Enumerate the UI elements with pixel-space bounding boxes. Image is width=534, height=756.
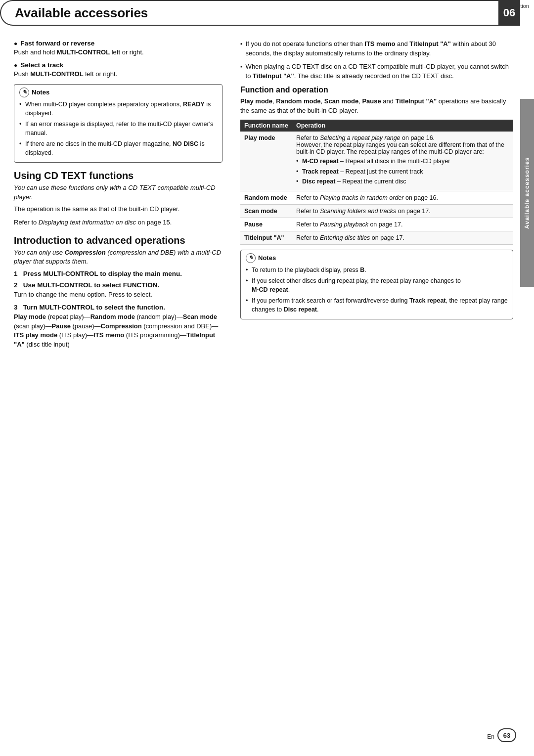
- func-name-random-mode: Random mode: [240, 191, 292, 204]
- notes-icon-bottom: ✎: [246, 253, 256, 263]
- func-name-pause: Pause: [240, 218, 292, 231]
- content-area: Fast forward or reverse Push and hold MU…: [0, 35, 520, 726]
- using-cd-text-title: Using CD TEXT functions: [14, 170, 222, 181]
- fast-forward-heading: Fast forward or reverse: [14, 40, 222, 47]
- table-row: Play mode Refer to Selecting a repeat pl…: [240, 132, 513, 191]
- select-track-heading: Select a track: [14, 61, 222, 69]
- func-name-play-mode: Play mode: [240, 132, 292, 191]
- intro-advanced-italic: You can only use Compression (compressio…: [14, 248, 222, 266]
- select-track-body: Push MULTI-CONTROL left or right.: [14, 70, 222, 79]
- table-row: Scan mode Refer to Scanning folders and …: [240, 204, 513, 218]
- fast-forward-body: Push and hold MULTI-CONTROL left or righ…: [14, 48, 222, 57]
- list-item: When multi-CD player completes preparato…: [19, 100, 217, 118]
- function-table: Function name Operation Play mode Refer …: [240, 120, 513, 245]
- right-bullet1: ▪ If you do not operate functions other …: [240, 40, 513, 58]
- left-column: Fast forward or reverse Push and hold MU…: [0, 35, 232, 726]
- page-number: 63: [497, 728, 516, 742]
- intro-advanced-title: Introduction to advanced operations: [14, 234, 222, 246]
- notes-box-bottom: ✎ Notes To return to the playback displa…: [240, 250, 513, 320]
- page-header: Available accessories: [0, 0, 498, 26]
- notes-box-top: ✎ Notes When multi-CD player completes p…: [14, 84, 222, 163]
- func-op-pause: Refer to Pausing playback on page 17.: [292, 218, 513, 231]
- list-item: If you select other discs during repeat …: [246, 276, 508, 294]
- func-name-titleinput: TitleInput "A": [240, 231, 292, 244]
- notes-list-top: When multi-CD player completes preparato…: [19, 100, 217, 158]
- func-name-scan-mode: Scan mode: [240, 204, 292, 218]
- table-row: Random mode Refer to Playing tracks in r…: [240, 191, 513, 204]
- page-title: Available accessories: [15, 5, 148, 21]
- list-item: If there are no discs in the multi-CD pl…: [19, 139, 217, 157]
- func-op-random-mode: Refer to Playing tracks in random order …: [292, 191, 513, 204]
- step2-body: Turn to change the menu option. Press to…: [14, 290, 222, 300]
- list-item: To return to the playback display, press…: [246, 266, 508, 274]
- step1-heading: 1 Press MULTI-CONTROL to display the mai…: [14, 270, 222, 277]
- func-op-scan-mode: Refer to Scanning folders and tracks on …: [292, 204, 513, 218]
- func-and-op-subtitle: Play mode, Random mode, Scan mode, Pause…: [240, 97, 513, 116]
- using-cd-text-body1: The operation is the same as that of the…: [14, 205, 222, 214]
- en-label: En: [487, 733, 494, 740]
- table-row: TitleInput "A" Refer to Entering disc ti…: [240, 231, 513, 244]
- func-op-titleinput: Refer to Entering disc titles on page 17…: [292, 231, 513, 244]
- col-header-function-name: Function name: [240, 120, 292, 132]
- step3-body: Play mode (repeat play)—Random mode (ran…: [14, 312, 222, 350]
- list-item: If an error message is displayed, refer …: [19, 120, 217, 137]
- right-bullet2: ▪ When playing a CD TEXT disc on a CD TE…: [240, 62, 513, 81]
- side-label: Available accessories: [520, 99, 534, 287]
- step2-heading: 2 Use MULTI-CONTROL to select FUNCTION.: [14, 281, 222, 289]
- using-cd-text-italic: You can use these functions only with a …: [14, 183, 222, 201]
- notes-header-top: ✎ Notes: [19, 88, 217, 97]
- notes-icon-top: ✎: [19, 88, 29, 97]
- using-cd-text-body2: Refer to Displaying text information on …: [14, 218, 222, 227]
- table-row: Pause Refer to Pausing playback on page …: [240, 218, 513, 231]
- notes-header-bottom: ✎ Notes: [246, 253, 508, 263]
- step3-heading: 3 Turn MULTI-CONTROL to select the funct…: [14, 304, 222, 311]
- func-and-op-title: Function and operation: [240, 86, 513, 94]
- list-item: If you perform track search or fast forw…: [246, 296, 508, 314]
- section-number: 06: [498, 0, 520, 26]
- right-column: ▪ If you do not operate functions other …: [232, 35, 520, 726]
- notes-list-bottom: To return to the playback display, press…: [246, 266, 508, 314]
- col-header-operation: Operation: [292, 120, 513, 132]
- func-op-play-mode: Refer to Selecting a repeat play range o…: [292, 132, 513, 191]
